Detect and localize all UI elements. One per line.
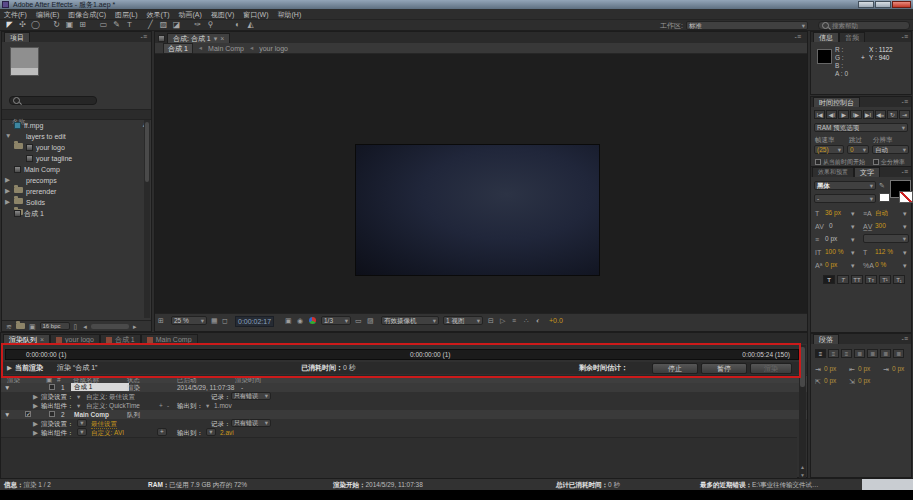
project-item[interactable]: ▼ layers to edit xyxy=(2,131,151,142)
tracking-value[interactable]: 300 xyxy=(875,222,886,230)
comp-timecode[interactable]: 0:00:02:17 xyxy=(235,316,274,327)
align-left-button[interactable]: ≡ xyxy=(815,349,826,358)
kerning-value[interactable]: 0 xyxy=(829,222,833,230)
region-of-interest-icon[interactable]: ▭ xyxy=(355,316,362,325)
project-item[interactable]: Main Comp xyxy=(2,164,151,175)
hand-tool-icon[interactable]: ✣ xyxy=(16,20,29,30)
horizontal-scale-dropdown-icon[interactable]: ▾ xyxy=(903,248,907,257)
timeline-button-icon[interactable]: ≡ xyxy=(512,316,516,325)
output-module-value[interactable]: 自定义: QuickTime xyxy=(86,402,140,410)
log-select[interactable]: 只有错误 ▾ xyxy=(231,392,271,400)
twirl-open-icon[interactable]: ▼ xyxy=(4,411,10,419)
menu-layer[interactable]: 图层(L) xyxy=(115,10,138,19)
breadcrumb-item[interactable]: your logo xyxy=(259,44,288,53)
align-center-button[interactable]: ≡ xyxy=(828,349,839,358)
menu-effect[interactable]: 效果(T) xyxy=(147,10,170,19)
superscript-button[interactable]: T¹ xyxy=(879,275,891,284)
magnification-select[interactable]: 25 %▾ xyxy=(171,316,207,325)
font-size-value[interactable]: 36 px xyxy=(825,209,841,217)
twirl-open-icon[interactable]: ▼ xyxy=(5,132,11,140)
close-icon[interactable]: × xyxy=(40,335,44,344)
tab-render-queue[interactable]: 渲染队列 × xyxy=(3,334,50,344)
breadcrumb-current[interactable]: 合成 1 xyxy=(163,43,193,54)
project-item[interactable]: ▶ precomps xyxy=(2,175,151,186)
stroke-style-select[interactable]: ▾ xyxy=(863,234,909,243)
chevron-down-icon[interactable]: ▾ xyxy=(206,402,209,410)
faux-italic-button[interactable]: T xyxy=(837,275,849,284)
full-res-checkbox[interactable] xyxy=(873,159,879,165)
menu-view[interactable]: 视图(V) xyxy=(211,10,234,19)
close-icon[interactable]: × xyxy=(220,34,224,43)
scroll-left-icon[interactable]: ◂ xyxy=(83,322,87,331)
camera-select[interactable]: 有效摄像机▾ xyxy=(381,316,439,325)
twirl-open-icon[interactable]: ▼ xyxy=(4,384,10,392)
leading-dropdown-icon[interactable]: ▾ xyxy=(903,209,907,218)
small-caps-button[interactable]: Tт xyxy=(865,275,877,284)
last-frame-button[interactable]: ▶I xyxy=(863,110,874,119)
justify-last-right-button[interactable]: ≣ xyxy=(880,349,891,358)
space-after-value[interactable]: 0 px xyxy=(858,377,870,385)
exposure-value[interactable]: +0.0 xyxy=(549,316,563,325)
render-settings-value[interactable]: 自定义: 最佳设置 xyxy=(86,393,135,401)
scroll-right-icon[interactable]: ▸ xyxy=(133,322,137,331)
item-name[interactable]: Main Comp xyxy=(74,411,109,419)
shape-tool-icon[interactable]: ▭ xyxy=(97,20,110,30)
selection-tool-icon[interactable]: ◤ xyxy=(3,20,16,30)
skip-select[interactable]: 0 ▾ xyxy=(847,145,869,154)
pen-tool-icon[interactable]: ✎ xyxy=(110,20,123,30)
align-right-button[interactable]: ≡ xyxy=(841,349,852,358)
grid-options-icon[interactable]: ⊞ xyxy=(158,316,164,325)
workspace-select[interactable]: 标准 ▾ xyxy=(686,21,808,30)
twirl-closed-icon[interactable]: ▶ xyxy=(33,420,38,428)
breadcrumb-item[interactable]: Main Comp xyxy=(208,44,244,53)
tab-time-controls[interactable]: 时间控制台 xyxy=(813,97,860,107)
previous-frame-button[interactable]: ◀I xyxy=(826,110,837,119)
project-item[interactable]: ▶ Solids xyxy=(2,197,151,208)
axis-mode2-icon[interactable]: ◭ xyxy=(244,20,257,30)
pause-button[interactable]: 暂停 xyxy=(701,363,747,374)
fill-stroke-swap-icon[interactable] xyxy=(879,193,890,202)
queue-item-row[interactable]: ▼ ✓ 2 Main Comp 队列 xyxy=(1,410,807,419)
item-name-selected[interactable]: 合成 1 xyxy=(71,383,129,391)
menu-help[interactable]: 帮助(H) xyxy=(278,10,302,19)
resolution-select[interactable]: 1/3▾ xyxy=(321,316,351,325)
loop-button[interactable]: ↻ xyxy=(887,110,898,119)
baseline-shift-value[interactable]: 0 px xyxy=(825,261,837,269)
puppet-tool-icon[interactable]: ⚲ xyxy=(204,20,217,30)
comp-panel-menu-icon[interactable]: -≡ xyxy=(795,33,801,41)
add-output-button[interactable]: + xyxy=(157,428,167,436)
justify-last-center-button[interactable]: ≣ xyxy=(867,349,878,358)
stop-button[interactable]: 停止 xyxy=(652,363,698,374)
tab-timeline-comp1[interactable]: 合成 1 xyxy=(100,334,141,344)
play-button[interactable]: ▶ xyxy=(838,110,849,119)
settings-dropdown-icon[interactable]: ▾ xyxy=(77,419,87,427)
twirl-closed-icon[interactable]: ▶ xyxy=(33,402,38,410)
pan-behind-tool-icon[interactable]: ⊞ xyxy=(76,20,89,30)
tab-project[interactable]: 项目 xyxy=(4,32,30,42)
zoom-tool-icon[interactable]: ◯ xyxy=(29,20,42,30)
twirl-closed-icon[interactable]: ▶ xyxy=(33,393,38,401)
audio-toggle-button[interactable]: ◀» xyxy=(875,110,886,119)
new-folder-icon[interactable] xyxy=(16,323,25,329)
scroll-up-icon[interactable]: ▲ xyxy=(799,464,806,470)
project-item[interactable]: your logo xyxy=(2,142,151,153)
subscript-button[interactable]: T₁ xyxy=(893,275,905,284)
tsume-value[interactable]: 0 % xyxy=(875,261,886,269)
from-current-checkbox[interactable] xyxy=(815,159,821,165)
render-button[interactable]: 渲染 xyxy=(750,363,792,374)
output-to-value[interactable]: 1.mov xyxy=(214,402,232,410)
ram-preview-button[interactable]: ⇥ xyxy=(899,110,910,119)
eyedropper-icon[interactable]: ✎ xyxy=(879,181,885,190)
twirl-closed-icon[interactable]: ▶ xyxy=(5,187,10,195)
first-frame-button[interactable]: I◀ xyxy=(814,110,825,119)
comp-flowchart-icon[interactable]: ∴ xyxy=(524,316,528,325)
project-item[interactable]: ▶ prerender xyxy=(2,186,151,197)
axis-mode-icon[interactable]: ◐ xyxy=(231,20,244,30)
queue-item-row[interactable]: ▼ 1 合成 1 渲染 2014/5/29, 11:07:38 - xyxy=(1,383,807,392)
show-channel-icon[interactable] xyxy=(309,317,316,324)
frame-rate-select[interactable]: (25) ▾ xyxy=(814,145,844,154)
fast-preview-icon[interactable]: ▷ xyxy=(500,316,505,325)
font-style-select[interactable]: - ▾ xyxy=(814,194,876,203)
render-checkbox[interactable] xyxy=(49,411,55,417)
comp-viewer[interactable] xyxy=(155,54,807,313)
